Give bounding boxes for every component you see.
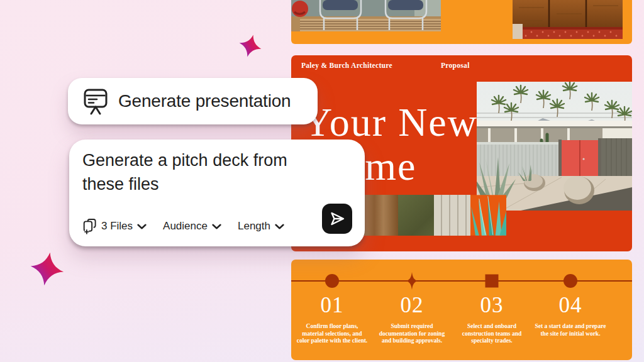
deck-category: Proposal: [441, 61, 470, 70]
chevron-down-icon: [212, 224, 221, 229]
prompt-card: Generate a pitch deck from these files 3…: [69, 140, 365, 246]
chevron-down-icon: [275, 224, 284, 229]
agave-swatch: [470, 195, 507, 236]
audience-dropdown-label: Audience: [163, 220, 208, 233]
sparkle-icon: [27, 249, 68, 290]
step-text: Submit required documentation for zoning…: [371, 323, 453, 345]
timeline-marker-circle: [325, 274, 339, 288]
timeline-marker-square: [486, 275, 499, 288]
length-dropdown-label: Length: [238, 220, 270, 233]
length-dropdown[interactable]: Length: [238, 220, 284, 233]
step-number: 03: [451, 292, 533, 319]
material-swatches: [362, 195, 506, 236]
deck-title-line1: Your New: [303, 101, 478, 145]
attached-files-icon: [82, 218, 97, 234]
wood-swatch: [362, 195, 398, 236]
timeline-step: 04 Set a start date and prepare the site…: [530, 292, 611, 337]
timeline-marker-star-icon: [406, 272, 418, 290]
timeline-marker-circle: [564, 274, 577, 288]
sparkle-icon: [236, 31, 265, 61]
deck-brand: Paley & Burch Architecture: [301, 61, 392, 70]
step-number: 04: [530, 292, 611, 319]
files-dropdown[interactable]: 3 Files: [82, 218, 147, 234]
palm-springs-house-photo: [477, 82, 632, 211]
step-text: Confirm floor plans, material selections…: [291, 323, 373, 345]
generate-presentation-button[interactable]: Generate presentation: [68, 78, 318, 124]
timeline-line: [291, 280, 632, 282]
timeline-step: 02 Submit required documentation for zon…: [371, 292, 453, 345]
step-number: 02: [371, 292, 453, 319]
hero-canvas: Paley & Burch Architecture Proposal: [0, 0, 644, 362]
slide-thumbnail-top: [291, 0, 632, 44]
audience-dropdown[interactable]: Audience: [163, 220, 221, 233]
step-text: Select and onboard construction teams an…: [451, 323, 533, 345]
chevron-down-icon: [137, 224, 147, 229]
step-text: Set a start date and prepare the site fo…: [530, 323, 611, 337]
step-number: 01: [291, 292, 373, 319]
wood-sofa-photo: [513, 0, 623, 39]
prompt-controls: 3 Files Audience Length: [82, 218, 284, 234]
generate-presentation-label: Generate presentation: [118, 91, 291, 111]
paper-plane-send-icon: [328, 209, 347, 228]
presentation-board-icon: [83, 87, 108, 115]
prompt-input[interactable]: Generate a pitch deck from these files: [82, 148, 323, 196]
green-fabric-swatch: [398, 195, 435, 236]
files-dropdown-label: 3 Files: [101, 220, 133, 233]
timeline-step: 03 Select and onboard construction teams…: [451, 292, 533, 345]
slide-timeline: 01 Confirm floor plans, material selecti…: [291, 260, 632, 360]
cabinet-panel-swatch: [434, 195, 470, 236]
interior-chairs-photo: [291, 0, 441, 31]
send-button[interactable]: [322, 204, 352, 234]
timeline-step: 01 Confirm floor plans, material selecti…: [291, 292, 373, 345]
